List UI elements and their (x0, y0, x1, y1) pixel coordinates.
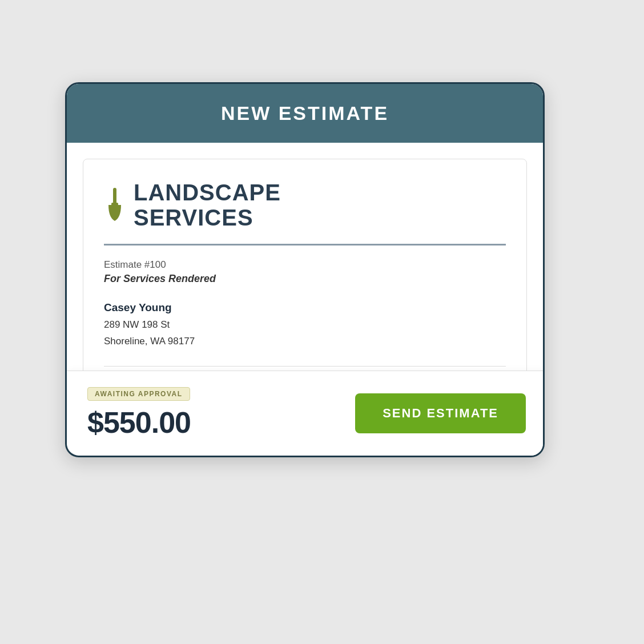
divider (104, 244, 506, 245)
shovel-icon (104, 188, 126, 222)
client-name: Casey Young (104, 299, 506, 317)
client-address-line1: 289 NW 198 St (104, 317, 506, 333)
estimate-meta: Estimate #100 For Services Rendered (104, 259, 506, 285)
estimate-number: Estimate #100 (104, 259, 506, 271)
send-estimate-button[interactable]: SEND ESTIMATE (355, 393, 526, 433)
bottom-bar: AWAITING APPROVAL $550.00 SEND ESTIMATE (67, 371, 545, 456)
card-header: NEW ESTIMATE (67, 84, 543, 143)
bottom-left: AWAITING APPROVAL $550.00 (87, 387, 191, 440)
estimate-subtitle: For Services Rendered (104, 273, 506, 285)
client-address-line2: Shoreline, WA 98177 (104, 333, 506, 350)
price-display: $550.00 (87, 405, 191, 440)
client-section: Casey Young 289 NW 198 St Shoreline, WA … (104, 299, 506, 350)
company-name: LANDSCAPE SERVICES (134, 180, 281, 230)
card-header-title: NEW ESTIMATE (90, 102, 520, 124)
svg-rect-0 (113, 188, 116, 204)
main-card: NEW ESTIMATE LANDSCAPE SERVICES (65, 82, 545, 457)
status-badge: AWAITING APPROVAL (87, 387, 190, 401)
logo-row: LANDSCAPE SERVICES (104, 180, 506, 230)
